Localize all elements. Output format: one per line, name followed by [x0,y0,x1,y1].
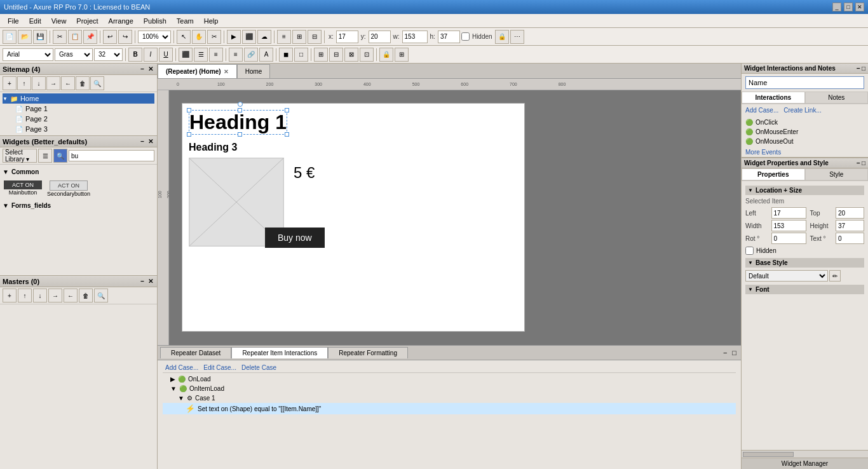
shape-name-input[interactable] [745,76,864,89]
masters-up-btn[interactable]: ↑ [18,289,32,302]
mainbutton-widget[interactable]: ACT ON Mainbutton [3,179,43,198]
font-family-select[interactable]: Arial [3,48,53,61]
align-right-button[interactable]: ≡ [209,48,223,62]
rotate-handle[interactable] [238,102,243,107]
arrow-tool[interactable]: ↖ [177,30,191,44]
bottom-expand-icon[interactable]: □ [730,348,738,357]
save-button[interactable]: 💾 [33,30,47,44]
sitemap-down-btn[interactable]: ↓ [32,76,46,90]
maximize-button[interactable]: □ [844,3,853,11]
arrange-btn2[interactable]: ⊟ [329,48,343,62]
menu-view[interactable]: View [46,16,72,26]
left-input[interactable] [771,207,806,219]
preview-button[interactable]: ⬛ [242,30,256,44]
handle-tr[interactable] [285,108,289,112]
open-button[interactable]: 📂 [18,30,32,44]
color-button[interactable]: A [259,48,273,62]
masters-indent-btn[interactable]: → [48,289,62,302]
hidden-checkbox[interactable] [461,32,470,41]
widgets-icon2[interactable]: ✕ [147,137,154,146]
masters-down-btn[interactable]: ↓ [33,289,47,302]
format-btn2[interactable]: ⊞ [292,30,306,44]
w-input[interactable] [402,31,428,43]
x-input[interactable] [336,31,358,43]
format-btn3[interactable]: ⊟ [308,30,322,44]
event-action1[interactable]: ⚡ Set text on (Shape) equal to "[[Item.N… [163,403,736,414]
library-select-btn[interactable]: Select Library ▾ [3,149,37,163]
group-btn[interactable]: ⊞ [395,48,409,62]
font-weight-select[interactable]: Gras [55,48,93,61]
paste-button[interactable]: 📌 [83,30,97,44]
sitemap-icon1[interactable]: − [139,65,146,73]
handle-tm[interactable] [238,108,242,112]
sitemap-icon2[interactable]: ✕ [147,65,154,73]
basestyle-dropdown[interactable]: Default [745,270,828,282]
wps-minimize-icon[interactable]: − [857,160,860,167]
tab-repeater-close-icon[interactable]: ✕ [224,69,229,75]
bottom-minimize-icon[interactable]: − [721,348,729,357]
widget-search-input[interactable] [69,150,154,161]
wps-expand-icon[interactable]: □ [862,160,865,167]
top-input[interactable] [836,207,864,219]
masters-outdent-btn[interactable]: ← [64,289,78,302]
scrollbar-thumb[interactable] [743,452,794,457]
wps-scrollbar-h[interactable] [742,450,868,458]
win-tab-notes[interactable]: Notes [805,92,869,104]
menu-project[interactable]: Project [71,16,103,26]
sitemap-indent-btn[interactable]: → [46,76,60,90]
undo-button[interactable]: ↩ [103,30,117,44]
sitemap-item-page3[interactable]: 📄 Page 3 [3,124,154,134]
menu-arrange[interactable]: Arrange [104,16,139,26]
lock-btn2[interactable]: 🔒 [379,48,393,62]
menu-help[interactable]: Help [199,16,224,26]
play-button[interactable]: ▶ [227,30,241,44]
handle-tl[interactable] [187,108,191,112]
event-onitemload[interactable]: ▼ 🟢 OnItemLoad [163,384,736,393]
tab-repeater-item-interactions[interactable]: Repeater Item Interactions [231,347,328,358]
minimize-button[interactable]: _ [832,3,841,11]
win-expand-icon[interactable]: □ [862,65,865,72]
wps-hidden-checkbox[interactable] [745,247,754,255]
redo-button[interactable]: ↪ [118,30,132,44]
sitemap-search-btn[interactable]: 🔍 [90,76,104,90]
list-button[interactable]: ≡ [229,48,243,62]
arrange-btn3[interactable]: ⊠ [344,48,358,62]
tab-repeater-formatting[interactable]: Repeater Formatting [328,347,408,358]
win-minimize-icon[interactable]: − [857,65,860,72]
sitemap-up-btn[interactable]: ↑ [17,76,31,90]
link-button[interactable]: 🔗 [244,48,258,62]
widgets-search-btn[interactable]: 🔍 [53,149,67,163]
menu-edit[interactable]: Edit [24,16,46,26]
handle-br[interactable] [285,132,289,137]
sitemap-item-page1[interactable]: 📄 Page 1 [3,104,154,114]
title-bar-buttons[interactable]: _ □ ✕ [832,3,864,11]
win-tab-interactions[interactable]: Interactions [742,92,805,104]
crop-tool[interactable]: ✂ [207,30,221,44]
width-input[interactable] [771,220,806,231]
new-button[interactable]: 📄 [3,30,17,44]
widgets-menu-btn[interactable]: ☰ [38,149,52,163]
canvas-scroll-wrapper[interactable]: Heading 1 Heading 3 [169,90,741,345]
tab-repeater-home[interactable]: (Repeater) (Home) ✕ [158,64,237,78]
rot-input[interactable] [771,233,806,244]
menu-team[interactable]: Team [172,16,199,26]
win-onmouseout[interactable]: 🟢 OnMouseOut [745,137,864,146]
buy-button-element[interactable]: Buy now [265,228,325,248]
widgets-icon1[interactable]: − [139,137,146,146]
sitemap-add-btn[interactable]: + [3,76,17,90]
menu-publish[interactable]: Publish [139,16,172,26]
masters-add-btn[interactable]: + [3,289,17,302]
event-onload[interactable]: ▶ 🟢 OnLoad [163,374,736,384]
add-case-win-link[interactable]: Add Case... [745,107,778,114]
handle-bm[interactable] [238,132,242,137]
copy-button[interactable]: 📋 [68,30,82,44]
wps-tab-style[interactable]: Style [805,168,869,180]
basestyle-edit-btn[interactable]: ✏ [829,270,841,282]
more-events-link[interactable]: More Events [742,147,868,157]
sitemap-del-btn[interactable]: 🗑 [76,76,90,90]
heading1-element[interactable]: Heading 1 [189,110,287,135]
fill-button[interactable]: ◼ [279,48,293,62]
handle-bl[interactable] [187,132,191,137]
delete-case-link[interactable]: Delete Case [241,364,276,371]
more-btn[interactable]: ⋯ [510,30,524,44]
